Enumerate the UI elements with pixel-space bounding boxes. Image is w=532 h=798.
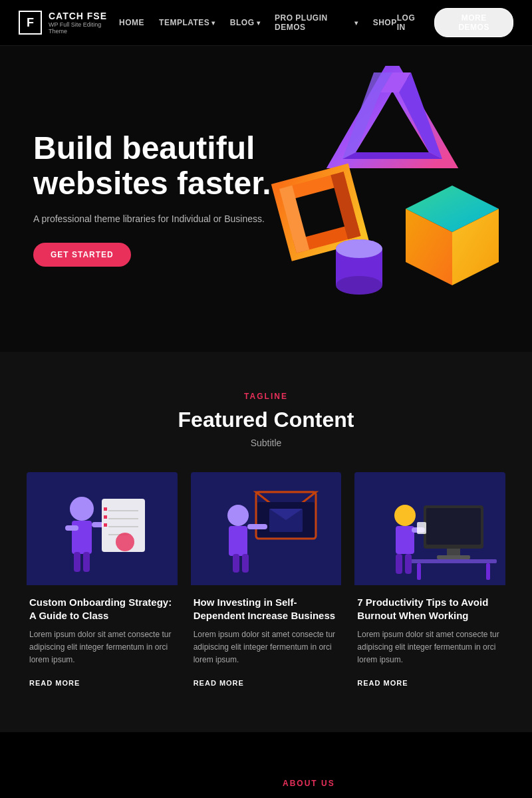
hero-shapes-svg	[266, 66, 519, 345]
nav-item-pro-plugin-demos[interactable]: PRO PLUGIN DEMOS	[275, 13, 358, 32]
svg-rect-46	[233, 554, 239, 573]
card-3: 7 Productivity Tips to Avoid Burnout Whe…	[354, 472, 505, 699]
svg-point-15	[336, 239, 382, 258]
svg-rect-44	[229, 526, 247, 556]
svg-rect-54	[417, 563, 421, 580]
svg-rect-51	[447, 549, 460, 555]
svg-rect-50	[426, 508, 481, 545]
about-right: ABOUT US Fresh ideas for every business …	[283, 772, 505, 798]
svg-rect-31	[104, 523, 107, 527]
hero-cta-button[interactable]: GET STARTED	[33, 243, 131, 267]
svg-point-32	[116, 533, 134, 551]
card-3-text: Lorem ipsum dolor sit amet consecte tur …	[357, 628, 503, 667]
logo-box: F	[19, 11, 42, 35]
svg-rect-57	[396, 526, 414, 554]
featured-section: TAGLINE Featured Content Subtitle	[0, 352, 532, 732]
nav-item-blog[interactable]: BLOG	[230, 18, 260, 27]
nav-menu: HOME TEMPLATES BLOG PRO PLUGIN DEMOS SHO…	[119, 13, 397, 32]
svg-rect-33	[74, 552, 80, 572]
card-1: Custom Onboarding Strategy: A Guide to C…	[27, 472, 178, 699]
svg-rect-53	[410, 559, 497, 563]
card-2-title: How Investing in Self-Dependent Increase…	[194, 596, 339, 622]
brand-name: CATCH FSE	[49, 11, 119, 21]
svg-point-56	[394, 505, 416, 526]
svg-rect-55	[486, 563, 490, 580]
more-demos-button[interactable]: MORE DEMOS	[434, 8, 513, 37]
card-2-read-more[interactable]: READ MORE	[194, 679, 244, 687]
svg-marker-4	[342, 152, 442, 159]
svg-point-43	[227, 505, 249, 526]
svg-rect-62	[27, 772, 226, 798]
svg-rect-61	[405, 554, 412, 574]
card-1-illustration	[29, 472, 175, 585]
about-left	[27, 772, 249, 798]
nav-actions: LOG IN MORE DEMOS	[397, 8, 513, 37]
brand-tagline: WP Full Site Editing Theme	[49, 21, 119, 35]
card-1-image	[27, 472, 178, 585]
nav-item-shop[interactable]: SHOP	[373, 18, 397, 27]
card-2-illustration	[193, 472, 339, 585]
svg-rect-34	[83, 552, 90, 572]
nav-item-templates[interactable]: TEMPLATES	[159, 18, 215, 27]
card-3-illustration	[357, 472, 503, 585]
svg-rect-47	[242, 554, 249, 573]
hero-content: Build beautiful websites faster. A profe…	[33, 131, 286, 267]
hero-illustration	[266, 66, 519, 345]
card-2-text: Lorem ipsum dolor sit amet consecte tur …	[194, 628, 339, 667]
card-3-body: 7 Productivity Tips to Avoid Burnout Whe…	[354, 585, 505, 699]
about-section: ABOUT US Fresh ideas for every business …	[0, 732, 532, 798]
card-2-body: How Investing in Self-Dependent Increase…	[191, 585, 342, 699]
featured-title: Featured Content	[27, 408, 505, 432]
card-3-image	[354, 472, 505, 585]
svg-rect-59	[417, 522, 426, 534]
card-2-image	[191, 472, 342, 585]
svg-rect-29	[104, 507, 107, 511]
svg-rect-30	[104, 515, 107, 519]
cards-grid: Custom Onboarding Strategy: A Guide to C…	[27, 472, 505, 699]
card-2: How Investing in Self-Dependent Increase…	[191, 472, 342, 699]
logo-letter: F	[27, 16, 34, 30]
hero-title: Build beautiful websites faster.	[33, 131, 286, 201]
card-1-body: Custom Onboarding Strategy: A Guide to C…	[27, 585, 178, 699]
about-tagline: ABOUT US	[283, 779, 505, 788]
about-illustration-svg	[27, 772, 226, 798]
svg-point-14	[336, 276, 382, 295]
svg-point-20	[70, 497, 94, 521]
card-3-read-more[interactable]: READ MORE	[357, 679, 408, 687]
login-button[interactable]: LOG IN	[397, 13, 426, 32]
card-1-title: Custom Onboarding Strategy: A Guide to C…	[29, 596, 175, 622]
svg-rect-60	[396, 554, 402, 574]
svg-rect-45	[247, 524, 267, 529]
svg-rect-22	[65, 525, 78, 531]
svg-rect-52	[437, 555, 470, 559]
card-3-title: 7 Productivity Tips to Avoid Burnout Whe…	[357, 596, 503, 622]
hero-subtitle: A professional theme libraries for Indiv…	[33, 213, 286, 224]
featured-subtitle: Subtitle	[27, 438, 505, 448]
card-1-read-more[interactable]: READ MORE	[29, 679, 80, 687]
hero-section: Build beautiful websites faster. A profe…	[0, 46, 532, 352]
nav-item-home[interactable]: HOME	[119, 18, 144, 27]
card-1-text: Lorem ipsum dolor sit amet consecte tur …	[29, 628, 175, 667]
brand: F CATCH FSE WP Full Site Editing Theme	[19, 11, 119, 35]
featured-tagline: TAGLINE	[27, 392, 505, 401]
brand-text: CATCH FSE WP Full Site Editing Theme	[49, 11, 119, 35]
navbar: F CATCH FSE WP Full Site Editing Theme H…	[0, 0, 532, 46]
